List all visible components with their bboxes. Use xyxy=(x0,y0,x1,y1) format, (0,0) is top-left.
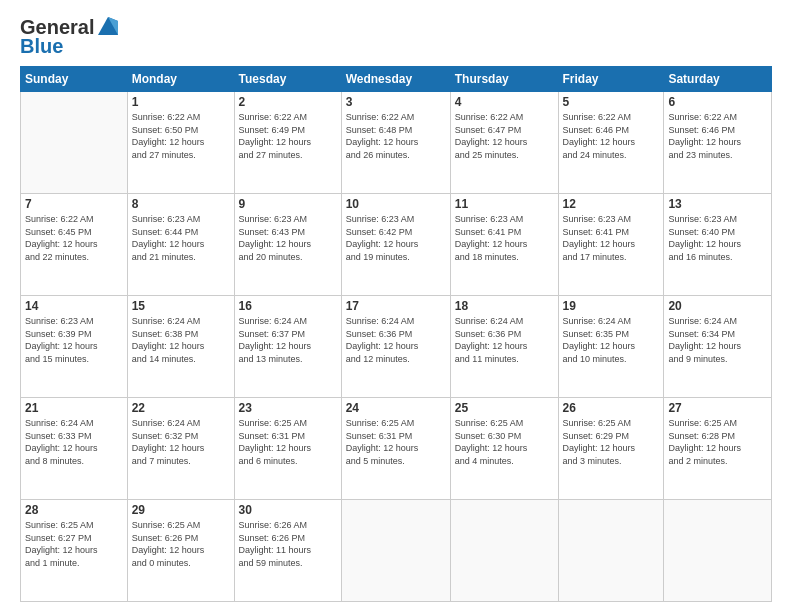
calendar-cell: 3Sunrise: 6:22 AMSunset: 6:48 PMDaylight… xyxy=(341,92,450,194)
day-number: 10 xyxy=(346,197,446,211)
calendar-cell: 8Sunrise: 6:23 AMSunset: 6:44 PMDaylight… xyxy=(127,194,234,296)
day-info: Sunrise: 6:22 AMSunset: 6:46 PMDaylight:… xyxy=(668,111,767,161)
weekday-header: Friday xyxy=(558,67,664,92)
weekday-header: Saturday xyxy=(664,67,772,92)
day-info: Sunrise: 6:24 AMSunset: 6:36 PMDaylight:… xyxy=(455,315,554,365)
calendar-cell: 4Sunrise: 6:22 AMSunset: 6:47 PMDaylight… xyxy=(450,92,558,194)
day-number: 28 xyxy=(25,503,123,517)
calendar-cell: 26Sunrise: 6:25 AMSunset: 6:29 PMDayligh… xyxy=(558,398,664,500)
calendar-cell: 9Sunrise: 6:23 AMSunset: 6:43 PMDaylight… xyxy=(234,194,341,296)
day-info: Sunrise: 6:24 AMSunset: 6:32 PMDaylight:… xyxy=(132,417,230,467)
calendar-week: 1Sunrise: 6:22 AMSunset: 6:50 PMDaylight… xyxy=(21,92,772,194)
day-number: 12 xyxy=(563,197,660,211)
day-info: Sunrise: 6:23 AMSunset: 6:41 PMDaylight:… xyxy=(455,213,554,263)
day-number: 8 xyxy=(132,197,230,211)
calendar-cell: 30Sunrise: 6:26 AMSunset: 6:26 PMDayligh… xyxy=(234,500,341,602)
day-number: 5 xyxy=(563,95,660,109)
calendar-cell: 14Sunrise: 6:23 AMSunset: 6:39 PMDayligh… xyxy=(21,296,128,398)
logo-triangle-icon xyxy=(96,15,120,39)
day-info: Sunrise: 6:22 AMSunset: 6:45 PMDaylight:… xyxy=(25,213,123,263)
day-info: Sunrise: 6:23 AMSunset: 6:43 PMDaylight:… xyxy=(239,213,337,263)
day-number: 11 xyxy=(455,197,554,211)
day-info: Sunrise: 6:24 AMSunset: 6:35 PMDaylight:… xyxy=(563,315,660,365)
calendar: SundayMondayTuesdayWednesdayThursdayFrid… xyxy=(20,66,772,602)
day-number: 27 xyxy=(668,401,767,415)
calendar-cell: 11Sunrise: 6:23 AMSunset: 6:41 PMDayligh… xyxy=(450,194,558,296)
weekday-header: Thursday xyxy=(450,67,558,92)
day-number: 18 xyxy=(455,299,554,313)
day-number: 7 xyxy=(25,197,123,211)
calendar-week: 7Sunrise: 6:22 AMSunset: 6:45 PMDaylight… xyxy=(21,194,772,296)
day-number: 4 xyxy=(455,95,554,109)
day-info: Sunrise: 6:25 AMSunset: 6:31 PMDaylight:… xyxy=(346,417,446,467)
calendar-week: 21Sunrise: 6:24 AMSunset: 6:33 PMDayligh… xyxy=(21,398,772,500)
logo-blue: Blue xyxy=(20,35,63,58)
calendar-cell xyxy=(450,500,558,602)
day-info: Sunrise: 6:24 AMSunset: 6:38 PMDaylight:… xyxy=(132,315,230,365)
calendar-cell: 2Sunrise: 6:22 AMSunset: 6:49 PMDaylight… xyxy=(234,92,341,194)
calendar-cell xyxy=(341,500,450,602)
day-number: 3 xyxy=(346,95,446,109)
calendar-cell: 17Sunrise: 6:24 AMSunset: 6:36 PMDayligh… xyxy=(341,296,450,398)
day-info: Sunrise: 6:22 AMSunset: 6:49 PMDaylight:… xyxy=(239,111,337,161)
day-info: Sunrise: 6:22 AMSunset: 6:47 PMDaylight:… xyxy=(455,111,554,161)
day-info: Sunrise: 6:23 AMSunset: 6:42 PMDaylight:… xyxy=(346,213,446,263)
day-number: 9 xyxy=(239,197,337,211)
calendar-week: 28Sunrise: 6:25 AMSunset: 6:27 PMDayligh… xyxy=(21,500,772,602)
day-info: Sunrise: 6:25 AMSunset: 6:29 PMDaylight:… xyxy=(563,417,660,467)
day-number: 16 xyxy=(239,299,337,313)
day-info: Sunrise: 6:24 AMSunset: 6:36 PMDaylight:… xyxy=(346,315,446,365)
calendar-cell: 22Sunrise: 6:24 AMSunset: 6:32 PMDayligh… xyxy=(127,398,234,500)
day-info: Sunrise: 6:22 AMSunset: 6:50 PMDaylight:… xyxy=(132,111,230,161)
calendar-cell: 28Sunrise: 6:25 AMSunset: 6:27 PMDayligh… xyxy=(21,500,128,602)
day-number: 20 xyxy=(668,299,767,313)
weekday-row: SundayMondayTuesdayWednesdayThursdayFrid… xyxy=(21,67,772,92)
calendar-week: 14Sunrise: 6:23 AMSunset: 6:39 PMDayligh… xyxy=(21,296,772,398)
day-info: Sunrise: 6:24 AMSunset: 6:34 PMDaylight:… xyxy=(668,315,767,365)
weekday-header: Sunday xyxy=(21,67,128,92)
calendar-cell xyxy=(558,500,664,602)
day-number: 1 xyxy=(132,95,230,109)
header: General Blue xyxy=(20,16,772,58)
day-info: Sunrise: 6:23 AMSunset: 6:39 PMDaylight:… xyxy=(25,315,123,365)
day-number: 19 xyxy=(563,299,660,313)
calendar-cell: 13Sunrise: 6:23 AMSunset: 6:40 PMDayligh… xyxy=(664,194,772,296)
day-number: 24 xyxy=(346,401,446,415)
day-number: 29 xyxy=(132,503,230,517)
day-info: Sunrise: 6:22 AMSunset: 6:46 PMDaylight:… xyxy=(563,111,660,161)
day-info: Sunrise: 6:24 AMSunset: 6:37 PMDaylight:… xyxy=(239,315,337,365)
day-number: 25 xyxy=(455,401,554,415)
day-info: Sunrise: 6:25 AMSunset: 6:26 PMDaylight:… xyxy=(132,519,230,569)
calendar-cell: 21Sunrise: 6:24 AMSunset: 6:33 PMDayligh… xyxy=(21,398,128,500)
calendar-cell: 19Sunrise: 6:24 AMSunset: 6:35 PMDayligh… xyxy=(558,296,664,398)
day-info: Sunrise: 6:25 AMSunset: 6:27 PMDaylight:… xyxy=(25,519,123,569)
calendar-cell: 15Sunrise: 6:24 AMSunset: 6:38 PMDayligh… xyxy=(127,296,234,398)
day-number: 26 xyxy=(563,401,660,415)
calendar-cell: 16Sunrise: 6:24 AMSunset: 6:37 PMDayligh… xyxy=(234,296,341,398)
weekday-header: Monday xyxy=(127,67,234,92)
calendar-cell: 5Sunrise: 6:22 AMSunset: 6:46 PMDaylight… xyxy=(558,92,664,194)
calendar-cell: 29Sunrise: 6:25 AMSunset: 6:26 PMDayligh… xyxy=(127,500,234,602)
calendar-cell: 18Sunrise: 6:24 AMSunset: 6:36 PMDayligh… xyxy=(450,296,558,398)
page: General Blue SundayMondayTuesdayWednesda… xyxy=(0,0,792,612)
day-number: 22 xyxy=(132,401,230,415)
calendar-cell: 7Sunrise: 6:22 AMSunset: 6:45 PMDaylight… xyxy=(21,194,128,296)
day-number: 2 xyxy=(239,95,337,109)
day-info: Sunrise: 6:24 AMSunset: 6:33 PMDaylight:… xyxy=(25,417,123,467)
day-number: 21 xyxy=(25,401,123,415)
weekday-header: Tuesday xyxy=(234,67,341,92)
day-number: 14 xyxy=(25,299,123,313)
day-number: 30 xyxy=(239,503,337,517)
calendar-body: 1Sunrise: 6:22 AMSunset: 6:50 PMDaylight… xyxy=(21,92,772,602)
day-info: Sunrise: 6:25 AMSunset: 6:28 PMDaylight:… xyxy=(668,417,767,467)
day-info: Sunrise: 6:25 AMSunset: 6:31 PMDaylight:… xyxy=(239,417,337,467)
day-number: 13 xyxy=(668,197,767,211)
calendar-cell: 10Sunrise: 6:23 AMSunset: 6:42 PMDayligh… xyxy=(341,194,450,296)
calendar-cell: 27Sunrise: 6:25 AMSunset: 6:28 PMDayligh… xyxy=(664,398,772,500)
day-info: Sunrise: 6:22 AMSunset: 6:48 PMDaylight:… xyxy=(346,111,446,161)
weekday-header: Wednesday xyxy=(341,67,450,92)
day-number: 6 xyxy=(668,95,767,109)
day-info: Sunrise: 6:23 AMSunset: 6:40 PMDaylight:… xyxy=(668,213,767,263)
calendar-cell: 25Sunrise: 6:25 AMSunset: 6:30 PMDayligh… xyxy=(450,398,558,500)
day-info: Sunrise: 6:23 AMSunset: 6:41 PMDaylight:… xyxy=(563,213,660,263)
